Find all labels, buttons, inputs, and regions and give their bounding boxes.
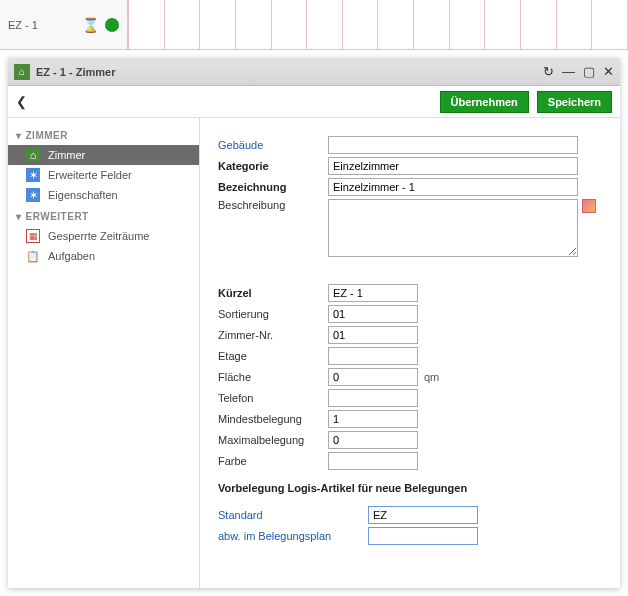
farbe-input[interactable] [328, 452, 418, 470]
sidebar-item-label: Gesperrte Zeiträume [48, 230, 149, 242]
label-abw[interactable]: abw. im Belegungsplan [218, 530, 368, 542]
actionbar: ❮ Übernehmen Speichern [8, 86, 620, 118]
titlebar: ⌂ EZ - 1 - Zimmer — ▢ ✕ [8, 58, 620, 86]
sidebar-item-label: Zimmer [48, 149, 85, 161]
sidebar-item-label: Eigenschaften [48, 189, 118, 201]
sidebar-item-label: Aufgaben [48, 250, 95, 262]
sidebar: ▾ ZIMMER ⌂ Zimmer ✶ Erweiterte Felder ✶ … [8, 118, 200, 588]
props-icon: ✶ [26, 188, 40, 202]
flaeche-input[interactable] [328, 368, 418, 386]
maximize-icon[interactable]: ▢ [583, 64, 595, 79]
top-tab[interactable]: EZ - 1 ⌛ [0, 0, 128, 50]
sidebar-item-eigenschaften[interactable]: ✶ Eigenschaften [8, 185, 199, 205]
label-gebaeude[interactable]: Gebäude [218, 139, 328, 151]
top-tab-label: EZ - 1 [8, 19, 76, 31]
vorbelegung-title: Vorbelegung Logis-Artikel für neue Beleg… [218, 482, 606, 494]
label-telefon: Telefon [218, 392, 328, 404]
sidebar-item-aufgaben[interactable]: 📋 Aufgaben [8, 246, 199, 266]
etage-input[interactable] [328, 347, 418, 365]
beschreibung-textarea[interactable] [328, 199, 578, 257]
window-title: EZ - 1 - Zimmer [36, 66, 537, 78]
sidebar-item-erweiterte-felder[interactable]: ✶ Erweiterte Felder [8, 165, 199, 185]
mindest-input[interactable] [328, 410, 418, 428]
form-pane: Gebäude Kategorie Bezeichnung Beschreibu… [200, 118, 620, 588]
label-maximal: Maximalbelegung [218, 434, 328, 446]
flaeche-unit: qm [424, 371, 439, 383]
sidebar-item-gesperrte-zeitraeume[interactable]: ▦ Gesperrte Zeiträume [8, 226, 199, 246]
sidebar-section-zimmer[interactable]: ▾ ZIMMER [8, 124, 199, 145]
kategorie-input[interactable] [328, 157, 578, 175]
richtext-icon[interactable] [582, 199, 596, 213]
label-beschreibung: Beschreibung [218, 199, 328, 211]
top-strip: EZ - 1 ⌛ [0, 0, 628, 50]
house-icon: ⌂ [26, 148, 40, 162]
calendar-icon: ▦ [26, 229, 40, 243]
close-icon[interactable]: ✕ [603, 64, 614, 79]
clipboard-icon: 📋 [26, 249, 40, 263]
sortierung-input[interactable] [328, 305, 418, 323]
abw-input[interactable] [368, 527, 478, 545]
minimize-icon[interactable]: — [562, 64, 575, 79]
apply-button[interactable]: Übernehmen [440, 91, 529, 113]
share-icon[interactable]: ❮ [16, 94, 27, 109]
label-kategorie[interactable]: Kategorie [218, 160, 328, 172]
telefon-input[interactable] [328, 389, 418, 407]
standard-input[interactable] [368, 506, 478, 524]
label-etage: Etage [218, 350, 328, 362]
label-flaeche: Fläche [218, 371, 328, 383]
kuerzel-input[interactable] [328, 284, 418, 302]
label-kuerzel: Kürzel [218, 287, 328, 299]
label-zimmernr: Zimmer-Nr. [218, 329, 328, 341]
sidebar-item-zimmer[interactable]: ⌂ Zimmer [8, 145, 199, 165]
save-button[interactable]: Speichern [537, 91, 612, 113]
sidebar-section-erweitert[interactable]: ▾ ERWEITERT [8, 205, 199, 226]
label-mindest: Mindestbelegung [218, 413, 328, 425]
sidebar-item-label: Erweiterte Felder [48, 169, 132, 181]
hourglass-icon: ⌛ [82, 17, 99, 33]
window-icon: ⌂ [14, 64, 30, 80]
window: ⌂ EZ - 1 - Zimmer — ▢ ✕ ❮ Übernehmen Spe… [8, 58, 620, 588]
label-bezeichnung: Bezeichnung [218, 181, 328, 193]
chevron-down-icon: ▾ [16, 211, 22, 222]
bezeichnung-input[interactable] [328, 178, 578, 196]
label-farbe: Farbe [218, 455, 328, 467]
gebaeude-input[interactable] [328, 136, 578, 154]
label-sortierung: Sortierung [218, 308, 328, 320]
calendar-grid [128, 0, 628, 50]
fields-icon: ✶ [26, 168, 40, 182]
chevron-down-icon: ▾ [16, 130, 22, 141]
status-dot-icon [105, 18, 119, 32]
label-standard[interactable]: Standard [218, 509, 368, 521]
reload-icon[interactable] [543, 64, 554, 79]
maximal-input[interactable] [328, 431, 418, 449]
zimmernr-input[interactable] [328, 326, 418, 344]
